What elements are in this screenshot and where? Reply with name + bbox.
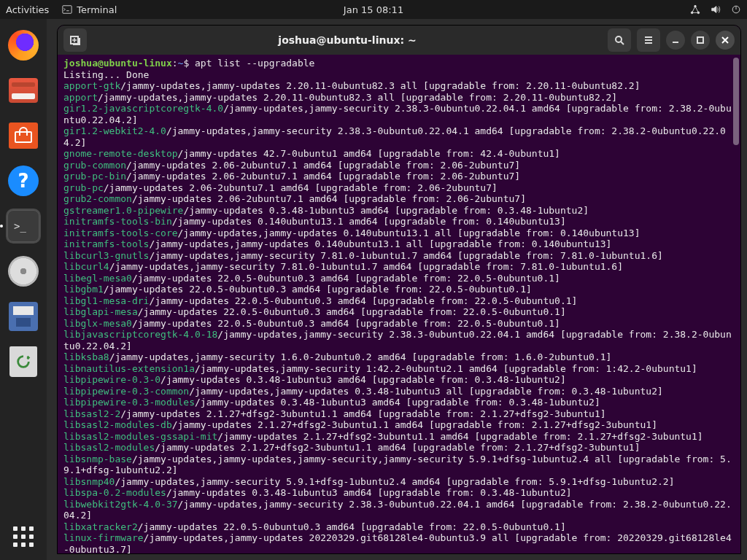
package-name: libegl-mesa0: [63, 273, 132, 284]
package-detail: /jammy-updates 2.1.27+dfsg2-3ubuntu1.1 a…: [172, 419, 657, 430]
activities-button[interactable]: Activities: [6, 4, 49, 15]
terminal-output[interactable]: joshua@ubuntu-linux:~$ apt list --upgrad…: [58, 55, 740, 553]
package-name: libjavascriptcoregtk-4.0-18: [63, 329, 217, 340]
package-name: libgbm1: [63, 284, 104, 295]
hamburger-menu-button[interactable]: [637, 28, 660, 52]
package-name: libsnmp40: [63, 476, 115, 487]
package-detail: /jammy-updates,jammy-security 7.81.0-1ub…: [149, 250, 662, 261]
package-detail: /jammy-updates,jammy-updates 0.140ubuntu…: [149, 238, 611, 249]
svg-rect-0: [63, 6, 71, 14]
package-detail: /jammy-updates 22.0.5-0ubuntu0.3 amd64 […: [138, 521, 566, 532]
package-name: libpipewire-0.3-0: [63, 374, 160, 385]
package-name: grub-pc: [63, 182, 104, 193]
package-line: libksba8/jammy-updates,jammy-security 1.…: [63, 351, 735, 363]
package-line: grub2-common/jammy-updates 2.06-2ubuntu7…: [63, 193, 735, 205]
terminal-small-icon: [62, 4, 72, 15]
package-detail: /jammy-updates 2.1.27+dfsg2-3ubuntu1.1 a…: [155, 442, 640, 453]
package-name: apport-gtk: [63, 80, 120, 91]
package-line: libglx-mesa0/jammy-updates 22.0.5-0ubunt…: [63, 318, 735, 330]
package-detail: /jammy-updates,jammy-updates 0.140ubuntu…: [178, 228, 640, 238]
prompt-line: joshua@ubuntu-linux:~$ apt list --upgrad…: [63, 58, 735, 69]
close-button[interactable]: [716, 31, 735, 50]
package-name: linux-firmware: [63, 532, 144, 543]
package-name: libsasl2-modules-gssapi-mit: [63, 431, 217, 442]
package-name: gir1.2-webkit2-4.0: [63, 125, 166, 136]
new-tab-button[interactable]: [63, 28, 87, 52]
package-detail: /jammy-updates 2.1.27+dfsg2-3ubuntu1.1 a…: [120, 408, 605, 419]
package-detail: /jammy-updates 22.0.5-0ubuntu0.3 amd64 […: [149, 295, 577, 306]
package-detail: /jammy-updates 2.06-2ubuntu7.1 amd64 [up…: [132, 193, 526, 204]
minimize-button[interactable]: [666, 31, 685, 50]
dock-trash[interactable]: [6, 344, 41, 379]
package-line: libgl1-mesa-dri/jammy-updates 22.0.5-0ub…: [63, 295, 735, 307]
package-name: gnome-remote-desktop: [63, 148, 178, 159]
package-line: gnome-remote-desktop/jammy-updates 42.7-…: [63, 148, 735, 160]
network-icon[interactable]: [690, 4, 700, 15]
package-line: libcurl4/jammy-updates,jammy-security 7.…: [63, 261, 735, 273]
topbar-app-indicator[interactable]: Terminal: [62, 4, 117, 15]
dock-show-apps[interactable]: [10, 524, 36, 550]
dock-terminal[interactable]: >_: [6, 209, 41, 244]
package-line: libsnmp-base/jammy-updates,jammy-updates…: [63, 454, 735, 476]
package-line: libspa-0.2-modules/jammy-updates 0.3.48-…: [63, 487, 735, 499]
package-detail: /jammy-updates,jammy-security 1:42.2-0ub…: [195, 363, 697, 374]
package-detail: /jammy-updates 2.06-2ubuntu7.1 amd64 [up…: [104, 182, 498, 193]
package-name: libsnmp-base: [63, 454, 132, 464]
firefox-icon: [8, 30, 39, 61]
package-line: libglapi-mesa/jammy-updates 22.0.5-0ubun…: [63, 306, 735, 318]
package-detail: /jammy-updates,jammy-security 1.6.0-2ubu…: [109, 351, 612, 362]
search-button[interactable]: [608, 28, 631, 52]
package-name: libglx-mesa0: [63, 318, 132, 329]
package-detail: /jammy-updates 22.0.5-0ubuntu0.3 amd64 […: [132, 318, 560, 329]
package-name: libnautilus-extension1a: [63, 363, 195, 374]
power-icon[interactable]: [731, 4, 741, 15]
dock-help[interactable]: ?: [6, 163, 41, 198]
package-line: libegl-mesa0/jammy-updates 22.0.5-0ubunt…: [63, 273, 735, 284]
gnome-top-panel: Activities Terminal Jan 15 08:11: [0, 0, 747, 19]
package-name: libksba8: [63, 351, 109, 362]
dock-firefox[interactable]: [6, 28, 41, 63]
package-detail: /jammy-updates,jammy-security 5.9.1+dfsg…: [115, 476, 674, 487]
volume-icon[interactable]: [711, 4, 721, 15]
package-detail: /jammy-updates 22.0.5-0ubuntu0.3 amd64 […: [104, 284, 532, 295]
package-detail: /jammy-updates 42.7-0ubuntu1 amd64 [upgr…: [178, 148, 560, 159]
floppy-icon: [9, 302, 38, 331]
package-name: initramfs-tools: [63, 238, 149, 249]
package-name: libpipewire-0.3-modules: [63, 397, 195, 408]
files-icon: [9, 78, 38, 103]
package-detail: /jammy-updates 0.140ubuntu13.1 amd64 [up…: [172, 216, 566, 227]
package-line: apport-gtk/jammy-updates,jammy-updates 2…: [63, 80, 735, 92]
package-line: libcurl3-gnutls/jammy-updates,jammy-secu…: [63, 250, 735, 262]
package-line: libwebkit2gtk-4.0-37/jammy-updates,jammy…: [63, 499, 735, 521]
package-name: libcurl3-gnutls: [63, 250, 149, 261]
package-detail: /jammy-updates 2.1.27+dfsg2-3ubuntu1.1 a…: [217, 431, 703, 442]
software-store-icon: [9, 122, 38, 149]
package-detail: /jammy-updates 0.3.48-1ubuntu3 amd64 [up…: [160, 374, 566, 385]
topbar-clock[interactable]: Jan 15 08:11: [344, 4, 403, 15]
package-name: libgl1-mesa-dri: [63, 295, 149, 306]
package-line: libsasl2-modules-db/jammy-updates 2.1.27…: [63, 419, 735, 431]
dock-save[interactable]: [6, 299, 41, 334]
package-line: grub-pc-bin/jammy-updates 2.06-2ubuntu7.…: [63, 171, 735, 182]
package-line: gir1.2-webkit2-4.0/jammy-updates,jammy-s…: [63, 125, 735, 148]
dock-disc[interactable]: [6, 254, 41, 289]
package-detail: /jammy-updates,jammy-security 7.81.0-1ub…: [109, 261, 623, 272]
scrollbar-thumb[interactable]: [733, 58, 739, 145]
window-titlebar[interactable]: joshua@ubuntu-linux: ~: [58, 26, 740, 55]
package-line: gstreamer1.0-pipewire/jammy-updates 0.3.…: [63, 205, 735, 217]
package-line: initramfs-tools-core/jammy-updates,jammy…: [63, 228, 735, 239]
trash-icon: [9, 346, 37, 377]
package-line: libgbm1/jammy-updates 22.0.5-0ubuntu0.3 …: [63, 284, 735, 295]
package-detail: /jammy-updates 0.3.48-1ubuntu3 amd64 [up…: [183, 205, 589, 216]
package-detail: /jammy-updates,jammy-updates 2.20.11-0ub…: [98, 92, 617, 103]
dock-files[interactable]: [6, 73, 41, 108]
package-line: initramfs-tools-bin/jammy-updates 0.140u…: [63, 216, 735, 228]
package-name: gstreamer1.0-pipewire: [63, 205, 183, 216]
package-detail: /jammy-updates 2.06-2ubuntu7.1 amd64 [up…: [126, 160, 520, 171]
disc-icon: [8, 256, 39, 287]
maximize-button[interactable]: [691, 31, 710, 50]
package-name: libspa-0.2-modules: [63, 487, 166, 498]
dock-software[interactable]: [6, 118, 41, 153]
package-line: libpipewire-0.3-0/jammy-updates 0.3.48-1…: [63, 374, 735, 386]
package-name: libglapi-mesa: [63, 306, 138, 317]
